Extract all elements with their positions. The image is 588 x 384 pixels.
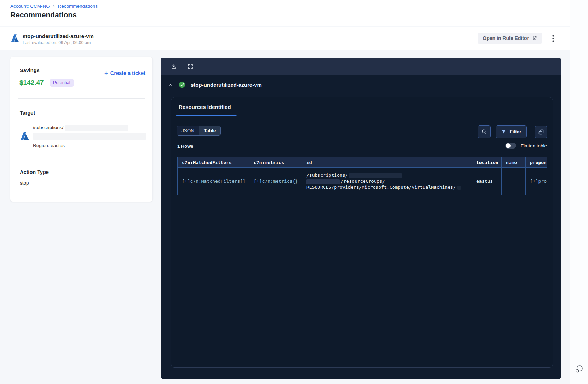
create-ticket-button[interactable]: + Create a ticket	[104, 70, 145, 77]
viewer-toolbar	[161, 58, 561, 75]
target-details: /subscriptions/ Region: eastus	[33, 125, 146, 148]
cell-matched-filters-expander[interactable]: [+]c7n:MatchedFilters[]	[178, 168, 249, 195]
target-label: Target	[20, 110, 35, 116]
flatten-table-control: Flatten table	[505, 143, 547, 149]
column-header-metrics: c7n:metrics	[249, 157, 302, 168]
recommendation-name: stop-underutilized-azure-vm	[23, 33, 94, 39]
recommendation-header: stop-underutilized-azure-vm Last evaluat…	[0, 27, 570, 50]
copy-button[interactable]	[535, 126, 547, 138]
main-content: Account: CCM-NG › Recommendations Recomm…	[0, 0, 570, 384]
row-count: 1 Rows	[177, 144, 194, 149]
target-path-line: /subscriptions/	[33, 125, 146, 131]
column-header-matched-filters: c7n:MatchedFilters	[178, 157, 249, 168]
flatten-table-toggle[interactable]	[505, 143, 516, 149]
potential-badge: Potential	[50, 79, 74, 87]
page: Account: CCM-NG › Recommendations Recomm…	[0, 0, 588, 384]
resources-identified-card: Resources Identified JSON Table	[171, 97, 553, 368]
column-header-name: name	[502, 157, 526, 168]
more-options-kebab-icon[interactable]	[549, 34, 557, 43]
success-check-icon	[179, 81, 185, 88]
view-mode-table[interactable]: Table	[199, 126, 220, 135]
search-button[interactable]	[478, 125, 491, 138]
redacted-text	[65, 125, 128, 131]
table-row: [+]c7n:MatchedFilters[] [+]c7n:metrics{}…	[178, 168, 548, 195]
resources-table-wrap[interactable]: c7n:MatchedFilters c7n:metrics id locati…	[177, 157, 547, 195]
open-in-rule-editor-button[interactable]: Open in Rule Editor	[478, 33, 542, 44]
chevron-up-icon[interactable]	[168, 82, 173, 88]
column-header-id: id	[302, 157, 472, 168]
filter-button[interactable]: Filter	[496, 125, 527, 138]
flatten-table-label: Flatten table	[521, 143, 547, 149]
right-rail	[570, 0, 588, 384]
action-type-value: stop	[20, 180, 29, 186]
tab-active-underline	[176, 115, 237, 116]
breadcrumb-account-link[interactable]: Account: CCM-NG	[10, 4, 50, 9]
column-header-location: location	[472, 157, 502, 168]
download-icon[interactable]	[170, 63, 177, 70]
target-path: /subscriptions/	[33, 125, 63, 130]
open-in-rule-editor-label: Open in Rule Editor	[483, 35, 529, 41]
resource-viewer-panel: stop-underutilized-azure-vm Resources Id…	[161, 58, 561, 379]
tab-resources-identified[interactable]: Resources Identified	[179, 104, 231, 110]
target-region: Region: eastus	[33, 143, 146, 148]
cell-name	[502, 168, 526, 195]
id-line-3: RESOURCES/providers/Microsoft.Compute/vi…	[306, 184, 467, 190]
external-link-icon	[532, 36, 537, 41]
action-type-label: Action Type	[20, 169, 49, 175]
redacted-text	[306, 179, 340, 184]
view-mode-json[interactable]: JSON	[177, 126, 199, 135]
cell-properties-expander[interactable]: [+]prop	[526, 168, 548, 195]
savings-card: Savings + Create a ticket $142.47 Potent…	[10, 57, 153, 202]
redacted-text	[33, 133, 146, 140]
copy-icon	[538, 129, 544, 135]
filter-icon	[501, 129, 506, 134]
resources-table: c7n:MatchedFilters c7n:metrics id locati…	[177, 157, 547, 195]
cell-id: /subscriptions/ /resourceGroups/ RESOURC…	[302, 168, 472, 195]
page-title: Recommendations	[10, 11, 77, 19]
table-header-row: c7n:MatchedFilters c7n:metrics id locati…	[178, 157, 548, 168]
id-line-1: /subscriptions/	[306, 172, 467, 178]
viewer-resource-row: stop-underutilized-azure-vm	[168, 81, 262, 88]
topbar: Account: CCM-NG › Recommendations Recomm…	[0, 0, 570, 26]
divider	[18, 158, 145, 158]
plus-icon: +	[104, 70, 108, 77]
toggle-knob	[506, 143, 511, 148]
chat-help-icon[interactable]	[575, 364, 584, 373]
savings-amount: $142.47	[19, 79, 44, 87]
cell-metrics-expander[interactable]: [+]c7n:metrics{}	[249, 168, 302, 195]
savings-label: Savings	[20, 68, 40, 73]
filter-label: Filter	[509, 129, 521, 134]
fullscreen-icon[interactable]	[187, 63, 194, 70]
breadcrumb-recommendations-link[interactable]: Recommendations	[58, 4, 98, 9]
breadcrumb: Account: CCM-NG › Recommendations	[10, 3, 98, 9]
id-line-2: /resourceGroups/	[306, 178, 467, 184]
redacted-text	[349, 173, 402, 178]
view-mode-toggle: JSON Table	[177, 126, 221, 136]
cell-location: eastus	[472, 168, 502, 195]
breadcrumb-separator-icon: ›	[53, 3, 55, 9]
viewer-resource-name: stop-underutilized-azure-vm	[191, 82, 262, 88]
column-header-properties: propert	[526, 157, 548, 168]
azure-icon	[10, 34, 20, 43]
divider	[18, 98, 145, 99]
last-evaluated-text: Last evaluated on: 09 Apr, 06:00 am	[23, 40, 91, 45]
redacted-text	[457, 186, 461, 190]
search-icon	[481, 129, 487, 135]
create-ticket-label: Create a ticket	[110, 70, 145, 76]
azure-icon	[20, 131, 30, 141]
